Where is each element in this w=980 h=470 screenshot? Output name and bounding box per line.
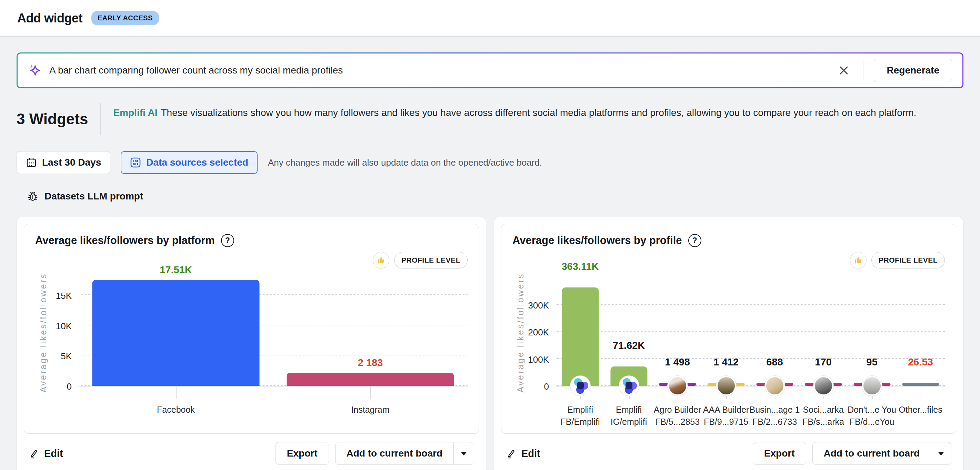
regenerate-button[interactable]: Regenerate	[874, 59, 952, 82]
bar-column: 2 183Instagram	[273, 279, 468, 386]
data-sources-icon	[130, 157, 141, 168]
bar-column: 1 412AAA BuilderFB/9...9715	[702, 279, 750, 386]
chart-title: Average likes/followers by profile	[512, 234, 682, 247]
sparkle-ai-icon	[28, 63, 42, 78]
emplifi-ai-label: Emplifi AI	[113, 107, 157, 118]
x-axis-tick	[176, 386, 177, 399]
pencil-icon	[29, 448, 39, 459]
add-to-board-button[interactable]: Add to current board	[336, 442, 453, 464]
clear-prompt-button[interactable]	[836, 63, 851, 78]
help-icon[interactable]: ?	[688, 234, 702, 247]
chevron-down-icon	[461, 452, 467, 456]
edit-label: Edit	[44, 448, 63, 459]
prompt-input-value[interactable]: A bar chart comparing follower count acr…	[49, 65, 836, 76]
bar[interactable]	[286, 373, 454, 386]
bar-value-label: 17.51K	[40, 264, 312, 276]
data-sources-button[interactable]: Data sources selected	[121, 151, 258, 174]
main-content: A bar chart comparing follower count acr…	[0, 37, 980, 470]
emplifi-logo-shape	[577, 382, 584, 389]
x-axis-category-label: Instagram	[250, 404, 491, 416]
bar-value-label: 71.62K	[595, 340, 663, 351]
bar-column: 95Don't...e YouFB/d...eYou	[848, 279, 896, 386]
profile-avatar	[668, 376, 687, 396]
page-header: Add widget EARLY ACCESS	[0, 0, 980, 37]
toolbar-note: Any changes made will also update data o…	[268, 157, 542, 168]
add-to-board-button[interactable]: Add to current board	[813, 442, 931, 464]
bar-column: 688Busin...age 1FB/2...6733	[750, 279, 799, 386]
bar-column: 26.53Other...files	[896, 279, 945, 386]
bar-value-label: 26.53	[886, 357, 955, 368]
chart-card: Average likes/followers by profile ? PRO…	[501, 224, 956, 434]
calendar-icon	[26, 157, 37, 168]
x-axis-category-label: Other...files	[890, 404, 951, 416]
widget-footer: Edit Export Add to current board	[24, 434, 479, 467]
help-icon[interactable]: ?	[221, 234, 234, 247]
datasets-llm-prompt-button[interactable]: Datasets LLM prompt	[27, 191, 143, 202]
chart-title: Average likes/followers by platform	[35, 234, 215, 247]
y-axis-ticks: 0100K200K300K	[528, 279, 556, 387]
export-button[interactable]: Export	[275, 442, 329, 465]
bar[interactable]	[902, 383, 939, 386]
widget-panel-profile: Average likes/followers by profile ? PRO…	[494, 217, 963, 470]
x-axis-tick	[921, 386, 921, 399]
widgets-row: Average likes/followers by platform ? PR…	[17, 217, 963, 470]
profile-level-badge: PROFILE LEVEL	[394, 252, 468, 268]
chevron-down-icon	[938, 452, 944, 456]
data-sources-label: Data sources selected	[146, 157, 248, 168]
thumbs-up-badge	[373, 252, 389, 268]
y-axis-tick-label: 300K	[528, 300, 549, 311]
ai-prompt-bar[interactable]: A bar chart comparing follower count acr…	[17, 53, 963, 88]
y-axis-tick-label: 0	[67, 381, 72, 392]
export-button[interactable]: Export	[753, 442, 806, 465]
bug-icon	[27, 191, 39, 202]
bar-column: 170Soci...arkaFB/s...arka	[799, 279, 848, 386]
bar-column: 71.62KEmplifiIG/emplifi	[605, 279, 653, 386]
widget-footer: Edit Export Add to current board	[501, 434, 956, 467]
thumbs-up-icon	[854, 256, 863, 264]
close-icon	[838, 65, 849, 76]
y-axis-tick-label: 100K	[528, 354, 549, 365]
date-range-label: Last 30 Days	[42, 157, 101, 168]
profile-avatar	[765, 376, 785, 396]
y-axis-ticks: 05K10K15K	[51, 279, 79, 387]
pencil-icon	[506, 448, 516, 459]
add-to-board-dropdown-button[interactable]	[453, 442, 474, 464]
summary-row: 3 Widgets Emplifi AIThese visualizations…	[17, 103, 963, 135]
edit-button[interactable]: Edit	[506, 448, 540, 459]
profile-avatar	[716, 376, 736, 396]
thumbs-up-badge	[850, 252, 867, 268]
toolbar: Last 30 Days Data sources selected Any c…	[17, 151, 963, 174]
date-range-button[interactable]: Last 30 Days	[17, 151, 110, 174]
edit-label: Edit	[521, 448, 540, 459]
edit-button[interactable]: Edit	[29, 448, 63, 459]
bar-column: 17.51KFacebook	[79, 279, 273, 386]
page-title: Add widget	[17, 11, 83, 25]
plot-area: 17.51KFacebook2 183Instagram	[79, 279, 468, 387]
bar-value-label: 363.11K	[546, 261, 614, 272]
profile-avatar	[619, 376, 639, 396]
profile-avatar	[813, 376, 834, 396]
ai-description-text: These visualizations show you how many f…	[161, 107, 916, 118]
add-to-board-split-button: Add to current board	[335, 442, 474, 465]
bar[interactable]	[562, 287, 599, 386]
early-access-badge: EARLY ACCESS	[91, 11, 159, 25]
bar-chart-profile: Average likes/followers 0100K200K300K 36…	[512, 279, 945, 427]
divider	[100, 103, 101, 135]
widget-panel-platform: Average likes/followers by platform ? PR…	[17, 217, 486, 470]
y-axis-tick-label: 0	[544, 381, 549, 392]
y-axis-tick-label: 200K	[528, 327, 549, 338]
profile-avatar	[570, 376, 590, 396]
thumbs-up-icon	[377, 256, 385, 264]
bar-chart-platform: Average likes/followers 05K10K15K 17.51K…	[35, 279, 468, 427]
plot-area: 363.11KEmplifiFB/Emplifi71.62KEmplifiIG/…	[556, 279, 945, 387]
emplifi-logo-shape	[625, 382, 632, 389]
y-axis-label: Average likes/followers	[38, 272, 48, 392]
bar-value-label: 2 183	[234, 357, 507, 368]
add-to-board-dropdown-button[interactable]	[931, 442, 951, 464]
y-axis-tick-label: 5K	[61, 351, 72, 362]
chart-card: Average likes/followers by platform ? PR…	[24, 224, 479, 434]
divider	[863, 61, 864, 80]
y-axis-tick-label: 15K	[56, 290, 72, 301]
bar[interactable]	[92, 280, 259, 386]
ai-description: Emplifi AIThese visualizations show you …	[113, 103, 916, 135]
